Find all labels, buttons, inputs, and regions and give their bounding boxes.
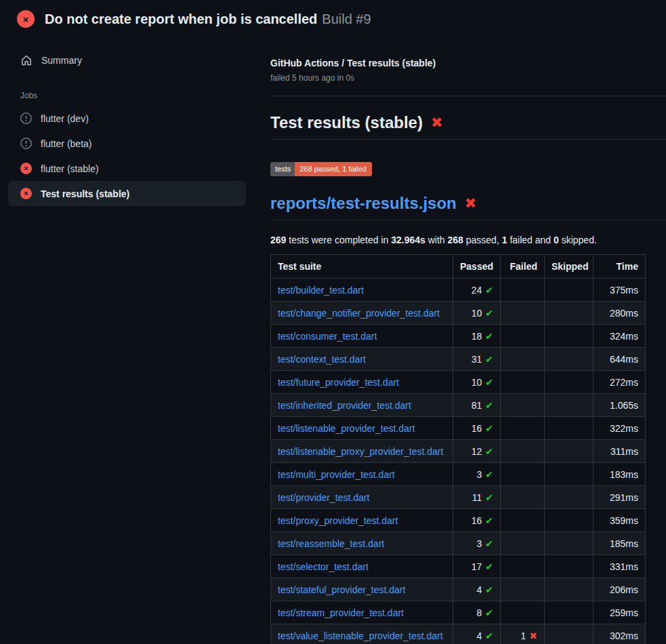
table-row: test/reassemble_test.dart3✔185ms [271,532,646,555]
divider [270,96,666,96]
skipped-count: 0 [554,235,559,245]
suite-cell: test/listenable_proxy_provider_test.dart [271,440,453,463]
skipped-cell [545,486,594,509]
time-cell: 259ms [594,601,646,624]
table-row: test/selector_test.dart17✔331ms [271,555,646,578]
test-suite-link[interactable]: test/proxy_provider_test.dart [278,515,398,526]
time-cell: 1.065s [594,394,646,417]
table-row: test/listenable_provider_test.dart16✔322… [271,417,646,440]
suite-cell: test/proxy_provider_test.dart [271,509,453,532]
passed-cell: 8✔ [453,601,501,624]
passed-cell: 4✔ [453,578,501,601]
column-header-time: Time [594,255,646,279]
passed-cell: 10✔ [453,302,501,325]
cancelled-status-icon [20,113,32,124]
test-suite-link[interactable]: test/inherited_provider_test.dart [278,400,411,411]
passed-cell: 16✔ [453,509,501,532]
failed-status-icon: × [20,188,32,199]
failed-cell [501,509,545,532]
test-suite-link[interactable]: test/multi_provider_test.dart [278,469,395,480]
skipped-cell [545,463,594,486]
skipped-cell [545,302,594,325]
time-cell: 185ms [594,532,646,555]
check-icon: ✔ [485,561,493,572]
sidebar-item-flutter-beta[interactable]: flutter (beta) [8,131,246,156]
check-icon: ✔ [485,423,493,434]
test-suite-link[interactable]: test/reassemble_test.dart [278,538,384,549]
suite-cell: test/reassemble_test.dart [271,532,453,555]
sidebar-item-label: flutter (stable) [41,163,99,174]
sidebar-item-label: flutter (beta) [41,138,91,149]
failed-cell [501,578,545,601]
report-heading: reports/test-results.json ✖ [270,194,666,220]
passed-cell: 11✔ [453,486,501,509]
table-row: test/listenable_proxy_provider_test.dart… [271,440,646,463]
table-row: test/future_provider_test.dart10✔272ms [271,371,646,394]
skipped-cell [545,555,594,578]
test-suite-link[interactable]: test/stream_provider_test.dart [278,607,404,618]
passed-count: 268 [448,235,463,245]
test-suite-link[interactable]: test/listenable_proxy_provider_test.dart [278,446,443,457]
failed-status-icon: × [20,163,32,174]
passed-cell: 10✔ [453,371,501,394]
sidebar-item-summary[interactable]: Summary [8,47,246,73]
skipped-cell [545,279,594,302]
table-row: test/builder_test.dart24✔375ms [271,279,646,302]
test-suite-link[interactable]: test/value_listenable_provider_test.dart [278,630,443,641]
section-heading: Test results (stable) ✖ [270,113,666,140]
skipped-cell [545,394,594,417]
suite-cell: test/change_notifier_provider_test.dart [271,302,453,325]
passed-cell: 12✔ [453,440,501,463]
table-row: test/value_listenable_provider_test.dart… [271,624,646,644]
check-icon: ✔ [485,446,493,457]
passed-cell: 81✔ [453,394,501,417]
suite-cell: test/future_provider_test.dart [271,371,453,394]
table-row: test/proxy_provider_test.dart16✔359ms [271,509,646,532]
skipped-cell [545,509,594,532]
sidebar-item-flutter-stable[interactable]: ×flutter (stable) [8,156,246,181]
failed-cell [501,555,545,578]
table-row: test/consumer_test.dart18✔324ms [271,325,646,348]
test-suite-link[interactable]: test/listenable_provider_test.dart [278,423,415,434]
test-suite-link[interactable]: test/selector_test.dart [278,561,369,572]
failed-cell [501,601,545,624]
table-row: test/inherited_provider_test.dart81✔1.06… [271,394,646,417]
test-suite-link[interactable]: test/provider_test.dart [278,492,369,503]
test-suite-link[interactable]: test/builder_test.dart [278,285,364,296]
sidebar-item-flutter-dev[interactable]: flutter (dev) [8,106,246,131]
check-icon: ✔ [485,492,493,503]
suite-cell: test/selector_test.dart [271,555,453,578]
time-cell: 311ms [594,440,646,463]
failed-cell [501,440,545,463]
test-suite-link[interactable]: test/future_provider_test.dart [278,377,399,388]
failed-cell [501,371,545,394]
sidebar-item-label: Summary [41,55,82,66]
time-cell: 272ms [594,371,646,394]
table-row: test/multi_provider_test.dart3✔183ms [271,463,646,486]
column-header-failed: Failed [501,255,545,279]
time-cell: 183ms [594,463,646,486]
report-file-link[interactable]: reports/test-results.json [270,194,457,213]
failed-cell [501,532,545,555]
test-suite-link[interactable]: test/context_test.dart [278,354,366,365]
suite-cell: test/builder_test.dart [271,279,453,302]
tests-badge: tests 268 passed, 1 failed [270,162,372,176]
workflow-run-title: Do not create report when job is cancell… [45,12,317,27]
passed-cell: 3✔ [453,463,501,486]
check-icon: ✔ [485,400,493,411]
test-suite-link[interactable]: test/change_notifier_provider_test.dart [278,308,440,319]
failed-cell [501,348,545,371]
time-cell: 322ms [594,417,646,440]
failed-cell [501,486,545,509]
test-suite-link[interactable]: test/stateful_provider_test.dart [278,584,405,595]
jobs-list: flutter (dev)flutter (beta)×flutter (sta… [0,106,254,206]
suite-cell: test/listenable_provider_test.dart [271,417,453,440]
test-suite-link[interactable]: test/consumer_test.dart [278,331,377,342]
build-number: Build #9 [322,12,371,27]
time-cell: 644ms [594,348,646,371]
sidebar-item-test-results-stable[interactable]: ×Test results (stable) [8,181,246,206]
table-row: test/stateful_provider_test.dart4✔206ms [271,578,646,601]
x-icon: ✖ [529,630,537,641]
table-row: test/provider_test.dart11✔291ms [271,486,646,509]
skipped-cell [545,348,594,371]
